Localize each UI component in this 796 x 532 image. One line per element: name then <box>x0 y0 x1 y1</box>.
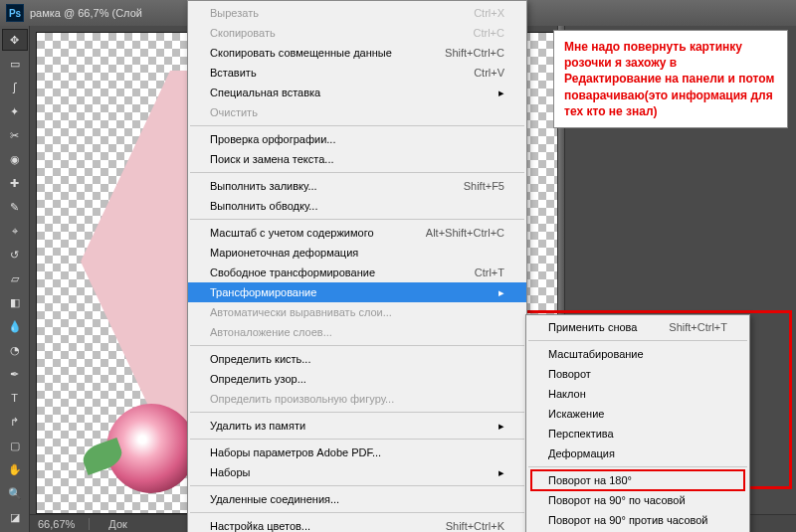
rose-image <box>106 404 196 493</box>
tool-type[interactable]: T <box>2 387 28 409</box>
menu-item-label: Скопировать совмещенные данные <box>210 47 425 59</box>
tool-rect[interactable]: ▢ <box>2 435 28 456</box>
menu-separator <box>190 125 524 126</box>
tool-crop[interactable]: ✂ <box>2 124 28 146</box>
menu-item-label: Искажение <box>548 408 727 420</box>
menu-item-label: Перспектива <box>548 428 727 440</box>
menu-item[interactable]: Настройка цветов...Shift+Ctrl+K <box>188 516 526 532</box>
tool-blur[interactable]: 💧 <box>2 315 28 337</box>
menu-item-label: Поворот <box>548 368 727 380</box>
menu-item-label: Поиск и замена текста... <box>210 153 504 165</box>
menu-item[interactable]: Перспектива <box>526 424 749 443</box>
tool-path[interactable]: ↱ <box>2 411 28 433</box>
menu-item[interactable]: Поворот <box>526 364 749 384</box>
menu-item[interactable]: Искажение <box>526 404 749 424</box>
menu-item-label: Выполнить заливку... <box>210 180 444 192</box>
menu-shortcut: Alt+Shift+Ctrl+C <box>426 227 504 239</box>
submenu-arrow-icon: ▸ <box>498 87 504 99</box>
tool-move[interactable]: ✥ <box>2 29 28 51</box>
menu-separator <box>190 412 524 413</box>
menu-item-label: Наклон <box>548 388 727 400</box>
menu-item[interactable]: Удаленные соединения... <box>188 489 526 509</box>
menu-item-label: Настройка цветов... <box>210 520 426 532</box>
transform-submenu[interactable]: Применить сноваShift+Ctrl+TМасштабирован… <box>525 314 750 532</box>
tool-stamp[interactable]: ⌖ <box>2 220 28 242</box>
tool-lasso[interactable]: ʃ <box>2 77 28 98</box>
menu-separator <box>190 512 524 513</box>
menu-item-label: Свободное трансформирование <box>210 266 455 278</box>
zoom-level[interactable]: 66,67% <box>38 518 75 530</box>
tool-history-brush[interactable]: ↺ <box>2 244 28 266</box>
menu-item: Автоналожение слоев... <box>188 322 526 342</box>
menu-item[interactable]: Скопировать совмещенные данныеShift+Ctrl… <box>188 43 526 63</box>
tool-dodge[interactable]: ◔ <box>2 339 28 361</box>
menu-item[interactable]: Наборы▸ <box>188 462 526 482</box>
menu-item-label: Автоналожение слоев... <box>210 326 504 338</box>
menu-shortcut: Shift+Ctrl+T <box>669 321 727 333</box>
tool-heal[interactable]: ✚ <box>2 172 28 194</box>
menu-item[interactable]: Определить узор... <box>188 369 526 389</box>
menu-item-label: Проверка орфографии... <box>210 133 504 145</box>
submenu-arrow-icon: ▸ <box>498 286 504 299</box>
tool-eraser[interactable]: ▱ <box>2 267 28 289</box>
menu-separator <box>190 172 524 173</box>
menu-shortcut: Shift+Ctrl+C <box>445 47 504 59</box>
menu-item-label: Трансформирование <box>210 286 487 298</box>
menu-item-label: Выполнить обводку... <box>210 200 504 212</box>
menu-item: Очистить <box>188 102 526 122</box>
menu-item[interactable]: Специальная вставка▸ <box>188 83 526 102</box>
menu-item-label: Наборы параметров Adobe PDF... <box>210 446 504 458</box>
menu-item[interactable]: Трансформирование▸ <box>188 282 526 302</box>
menu-item: СкопироватьCtrl+C <box>188 23 526 43</box>
tool-zoom[interactable]: 🔍 <box>2 482 28 504</box>
menu-item-label: Очистить <box>210 106 504 118</box>
menu-item-label: Вставить <box>210 67 454 79</box>
status-doc: Док <box>108 518 127 530</box>
menu-item[interactable]: Деформация <box>526 443 749 463</box>
menu-shortcut: Shift+Ctrl+K <box>446 520 504 532</box>
menu-item-label: Скопировать <box>210 27 454 39</box>
menu-shortcut: Ctrl+V <box>474 67 504 79</box>
tool-wand[interactable]: ✦ <box>2 100 28 122</box>
menu-item[interactable]: Определить кисть... <box>188 349 526 369</box>
menu-item[interactable]: Поворот на 90° по часовой <box>526 490 749 510</box>
tool-eyedrop[interactable]: ◉ <box>2 148 28 170</box>
menu-item[interactable]: Наклон <box>526 384 749 404</box>
menu-item[interactable]: Марионеточная деформация <box>188 243 526 263</box>
menu-item[interactable]: Поворот на 180° <box>526 470 749 490</box>
menu-item[interactable]: Масштабирование <box>526 344 749 364</box>
menu-separator <box>190 345 524 346</box>
menu-item[interactable]: ВставитьCtrl+V <box>188 63 526 83</box>
menu-item[interactable]: Применить сноваShift+Ctrl+T <box>526 317 749 337</box>
menu-item-label: Удалить из памяти <box>210 420 487 432</box>
menu-item[interactable]: Наборы параметров Adobe PDF... <box>188 443 526 462</box>
menu-item[interactable]: Удалить из памяти▸ <box>188 416 526 436</box>
submenu-arrow-icon: ▸ <box>498 420 504 433</box>
tool-brush[interactable]: ✎ <box>2 196 28 218</box>
status-sep <box>89 518 100 530</box>
menu-item-label: Деформация <box>548 447 727 459</box>
menu-item[interactable]: Поиск и замена текста... <box>188 149 526 169</box>
menu-item[interactable]: Масштаб с учетом содержимогоAlt+Shift+Ct… <box>188 223 526 243</box>
menu-item-label: Автоматически выравнивать слои... <box>210 306 504 318</box>
menu-separator <box>190 219 524 220</box>
menu-item-label: Вырезать <box>210 7 454 19</box>
menu-item-label: Применить снова <box>548 321 649 333</box>
tool-color-swatch[interactable]: ◪ <box>2 506 28 528</box>
tool-pen[interactable]: ✒ <box>2 363 28 385</box>
menu-item-label: Определить кисть... <box>210 353 504 365</box>
menu-item: Определить произвольную фигуру... <box>188 389 526 409</box>
menu-separator <box>190 439 524 440</box>
menu-item[interactable]: Свободное трансформированиеCtrl+T <box>188 263 526 282</box>
tool-gradient[interactable]: ◧ <box>2 291 28 313</box>
menu-item-label: Марионеточная деформация <box>210 247 504 259</box>
menu-item[interactable]: Выполнить заливку...Shift+F5 <box>188 176 526 196</box>
menu-item[interactable]: Поворот на 90° против часовой <box>526 510 749 530</box>
tool-hand[interactable]: ✋ <box>2 458 28 480</box>
menu-item[interactable]: Выполнить обводку... <box>188 196 526 216</box>
menu-item-label: Поворот на 90° против часовой <box>548 514 727 526</box>
tool-marquee[interactable]: ▭ <box>2 53 28 75</box>
submenu-arrow-icon: ▸ <box>498 466 504 479</box>
edit-menu[interactable]: ВырезатьCtrl+XСкопироватьCtrl+CСкопирова… <box>187 0 527 532</box>
menu-item[interactable]: Проверка орфографии... <box>188 129 526 149</box>
